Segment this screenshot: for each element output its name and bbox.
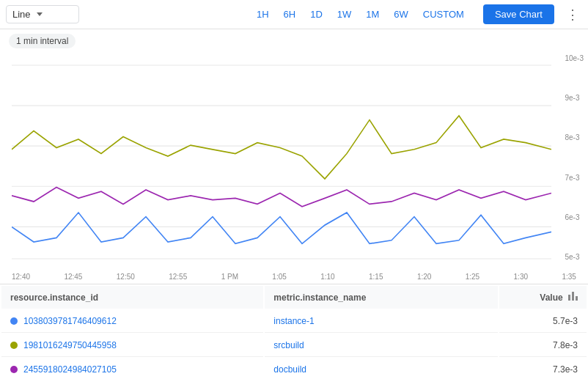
chevron-down-icon: [37, 12, 43, 16]
time-range-1d[interactable]: 1D: [303, 6, 330, 23]
y-label: 6e-3: [565, 213, 584, 221]
legend-table: resource.instance_id metric.instance_nam…: [0, 284, 588, 379]
chart-container: 10e-39e-38e-37e-36e-35e-3 12:4012:4512:5…: [0, 48, 588, 281]
metric-name-cell: instance-1: [265, 310, 498, 333]
time-range-1w[interactable]: 1W: [330, 6, 359, 23]
time-range-1m[interactable]: 1M: [359, 6, 386, 23]
y-label: 9e-3: [565, 94, 584, 102]
time-range-6h[interactable]: 6H: [276, 6, 304, 23]
resource-id-link[interactable]: 103803978174640​9612: [23, 316, 117, 326]
chart-type-label: Line: [12, 9, 31, 20]
table-row: 198101624975044​5958 srcbuild 7.8e-3: [1, 334, 587, 357]
interval-badge: 1 min interval: [0, 29, 588, 48]
table-row: 245591802498402​7105 docbuild 7.3e-3: [1, 358, 587, 379]
line-chart: [12, 48, 551, 276]
time-range-1h[interactable]: 1H: [249, 6, 276, 23]
time-range-selector: 1H6H1D1W1M6WCUSTOM: [249, 6, 471, 23]
resource-id-cell: 103803978174640​9612: [1, 310, 263, 333]
metric-name-link[interactable]: srcbuild: [273, 340, 304, 350]
value-cell: 7.3e-3: [499, 358, 587, 379]
table-row: 103803978174640​9612 instance-1 5.7e-3: [1, 310, 587, 333]
resource-id-link[interactable]: 245591802498402​7105: [23, 364, 117, 375]
y-axis: 10e-39e-38e-37e-36e-35e-3: [565, 48, 584, 276]
header: Line 1H6H1D1W1M6WCUSTOM Save Chart ⋮: [0, 0, 588, 29]
y-label: 10e-3: [565, 54, 584, 62]
metric-name-link[interactable]: docbuild: [273, 364, 306, 375]
time-range-6w[interactable]: 6W: [386, 6, 416, 23]
y-label: 5e-3: [565, 253, 584, 261]
value-cell: 5.7e-3: [499, 310, 587, 333]
resource-id-link[interactable]: 198101624975044​5958: [23, 340, 117, 350]
y-label: 7e-3: [565, 174, 584, 182]
value-cell: 7.8e-3: [499, 334, 587, 357]
more-options-icon[interactable]: ⋮: [563, 4, 582, 26]
metric-name-cell: docbuild: [265, 358, 498, 379]
time-range-custom[interactable]: CUSTOM: [416, 6, 471, 23]
chart-type-dropdown[interactable]: Line: [6, 5, 79, 23]
col-resource-id: resource.instance_id: [1, 286, 263, 309]
y-label: 8e-3: [565, 133, 584, 141]
col-metric-name: metric.instance_name: [265, 286, 498, 309]
col-value: Value: [499, 286, 587, 309]
save-chart-button[interactable]: Save Chart: [483, 4, 554, 24]
metric-name-cell: srcbuild: [265, 334, 498, 357]
resource-id-cell: 245591802498402​7105: [1, 358, 263, 379]
metric-name-link[interactable]: instance-1: [273, 316, 314, 326]
resource-id-cell: 198101624975044​5958: [1, 334, 263, 357]
